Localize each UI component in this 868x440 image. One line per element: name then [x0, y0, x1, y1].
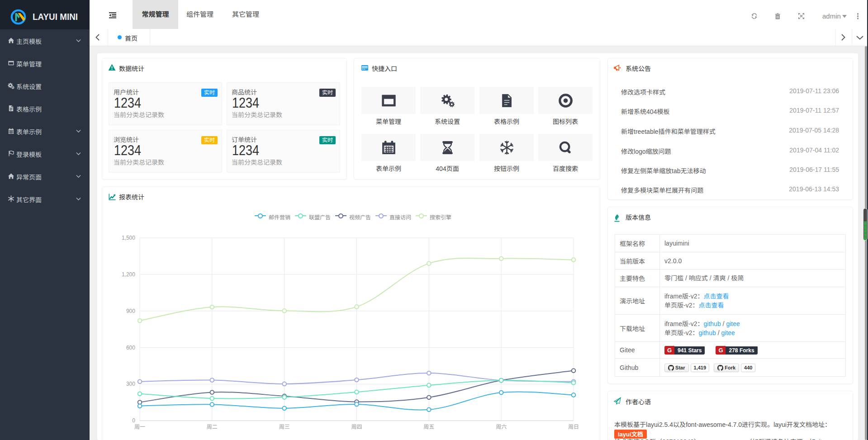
svg-text:周三: 周三	[279, 424, 290, 430]
svg-text:300: 300	[126, 381, 135, 387]
svg-text:1,500: 1,500	[122, 235, 135, 241]
svg-text:周一: 周一	[134, 424, 145, 430]
svg-text:周六: 周六	[496, 424, 507, 430]
svg-text:周二: 周二	[207, 424, 218, 430]
svg-text:周四: 周四	[351, 424, 362, 430]
svg-text:0: 0	[132, 417, 135, 424]
svg-text:周日: 周日	[568, 424, 579, 430]
svg-text:周五: 周五	[423, 424, 434, 430]
svg-text:900: 900	[126, 308, 135, 314]
svg-text:1,200: 1,200	[122, 271, 135, 278]
svg-text:600: 600	[126, 345, 135, 351]
